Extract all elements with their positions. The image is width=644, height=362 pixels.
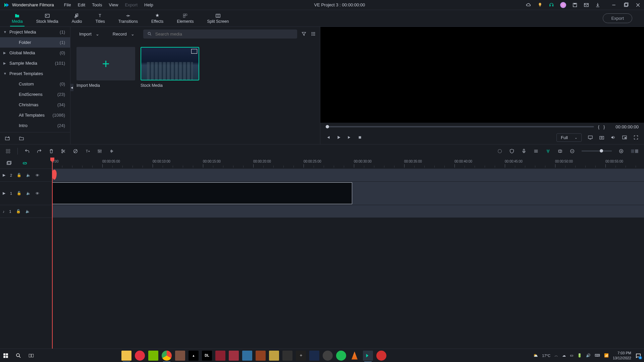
tray-lang-icon[interactable]: ⌨ xyxy=(595,353,600,358)
mute-icon[interactable]: 🔈 xyxy=(26,173,31,177)
search-input[interactable] xyxy=(155,32,293,37)
app-game8[interactable] xyxy=(269,351,279,361)
tab-stock-media[interactable]: Stock Media xyxy=(30,13,65,24)
crop-icon[interactable] xyxy=(73,148,78,154)
voiceover-icon[interactable] xyxy=(521,148,527,154)
support-icon[interactable] xyxy=(549,2,554,8)
stop-icon[interactable] xyxy=(358,135,362,139)
tray-onedrive-icon[interactable]: ☁ xyxy=(562,353,566,358)
tab-split-screen[interactable]: Split Screen xyxy=(200,13,235,24)
app-vlc[interactable] xyxy=(350,351,360,361)
app-game3[interactable]: DL xyxy=(202,351,212,361)
sidebar-item-folder[interactable]: Folder(1) xyxy=(0,37,70,48)
track-video-2[interactable] xyxy=(52,169,644,182)
app-game5[interactable] xyxy=(229,351,239,361)
start-icon[interactable] xyxy=(3,353,9,359)
next-frame-icon[interactable] xyxy=(347,135,352,140)
menu-edit[interactable]: Edit xyxy=(78,2,85,7)
sidebar-item-intro[interactable]: Intro(24) xyxy=(0,120,70,131)
new-folder-icon[interactable] xyxy=(5,136,10,141)
snapshot-icon[interactable] xyxy=(599,135,604,140)
tab-media[interactable]: Media xyxy=(5,13,30,24)
tips-icon[interactable] xyxy=(537,2,543,8)
app-game1[interactable] xyxy=(175,351,185,361)
quality-select[interactable]: Full⌄ xyxy=(556,133,582,142)
tray-battery-icon[interactable]: 🔋 xyxy=(577,353,582,358)
magnet-icon[interactable] xyxy=(545,148,551,154)
tab-effects[interactable]: Effects xyxy=(145,13,170,24)
mixer-icon[interactable] xyxy=(533,148,539,154)
timeline-ruler[interactable]: 0:0000:00:05:0000:00:10:0000:00:15:0000:… xyxy=(52,158,644,169)
app-game9[interactable] xyxy=(282,351,292,361)
sidebar-item-endscreens[interactable]: EndScreens(23) xyxy=(0,89,70,100)
audio-edit-icon[interactable] xyxy=(109,148,114,154)
taskview-icon[interactable] xyxy=(28,353,34,359)
app-filmora[interactable] xyxy=(363,351,373,361)
mute-icon[interactable]: 🔈 xyxy=(26,191,31,195)
tray-wifi-icon[interactable]: 📶 xyxy=(604,353,609,358)
weather-icon[interactable]: ⛅ xyxy=(533,353,538,358)
app-opera[interactable] xyxy=(135,351,145,361)
import-dropdown[interactable]: Import⌄ xyxy=(74,29,104,39)
app-game2[interactable]: ▲ xyxy=(189,351,199,361)
shield-icon[interactable] xyxy=(509,148,515,154)
tab-transitions[interactable]: Transitions xyxy=(112,13,145,24)
menu-export[interactable]: Export xyxy=(125,2,138,7)
record-dropdown[interactable]: Record⌄ xyxy=(108,29,139,39)
display-icon[interactable] xyxy=(588,135,593,140)
zoom-fit-icon[interactable] xyxy=(631,148,639,154)
account-icon[interactable] xyxy=(560,2,566,8)
lock-icon[interactable]: 🔓 xyxy=(16,209,21,214)
volume-icon[interactable] xyxy=(610,135,616,140)
maximize-icon[interactable] xyxy=(623,2,629,8)
menu-help[interactable]: Help xyxy=(144,2,153,7)
menu-tools[interactable]: Tools xyxy=(92,2,102,7)
mark-in-label[interactable]: { xyxy=(598,124,599,129)
track-add-icon[interactable] xyxy=(6,161,11,166)
folder-icon[interactable] xyxy=(19,136,24,141)
sidebar-item-global-media[interactable]: ▶Global Media(0) xyxy=(0,48,70,58)
mute-icon[interactable]: 🔈 xyxy=(25,209,30,214)
mark-out-label[interactable]: } xyxy=(603,124,605,129)
export-button[interactable]: Export xyxy=(603,13,632,23)
track-audio-1[interactable] xyxy=(52,205,644,218)
track-video-1[interactable] xyxy=(52,182,644,205)
taskbar-search-icon[interactable] xyxy=(15,353,21,359)
tray-meet-icon[interactable]: ▭ xyxy=(570,353,573,358)
app-red[interactable] xyxy=(376,351,386,361)
delete-icon[interactable] xyxy=(49,148,54,154)
pip-icon[interactable] xyxy=(622,135,627,140)
sidebar-item-sample-media[interactable]: ▶Sample Media(101) xyxy=(0,58,70,68)
zoom-in-icon[interactable] xyxy=(619,148,624,154)
fullscreen-icon[interactable] xyxy=(633,135,639,140)
save-icon[interactable] xyxy=(572,2,578,8)
grid-view-icon[interactable] xyxy=(311,31,316,37)
sidebar-collapse-handle[interactable]: ◀ xyxy=(70,84,73,91)
layout-icon[interactable] xyxy=(5,148,11,154)
app-game10[interactable]: ✦ xyxy=(296,351,306,361)
redo-icon[interactable] xyxy=(37,148,42,154)
taskbar-clock[interactable]: 7:03 PM 13/12/2022 xyxy=(613,351,631,360)
sidebar-item-custom[interactable]: Custom(0) xyxy=(0,79,70,89)
app-game12[interactable] xyxy=(323,351,333,361)
menu-view[interactable]: View xyxy=(109,2,118,7)
menu-file[interactable]: File xyxy=(64,2,71,7)
preview-scrubber[interactable] xyxy=(326,126,594,127)
app-game11[interactable] xyxy=(309,351,319,361)
minimize-icon[interactable] xyxy=(611,2,616,8)
visibility-icon[interactable]: 👁 xyxy=(36,191,39,195)
timeline-clip[interactable] xyxy=(52,182,352,204)
play-icon[interactable] xyxy=(336,135,341,140)
cloud-icon[interactable] xyxy=(526,2,531,8)
timeline-marker-clip[interactable] xyxy=(52,170,57,180)
zoom-slider[interactable] xyxy=(582,150,612,152)
tray-volume-icon[interactable]: 🔊 xyxy=(586,353,591,358)
app-game4[interactable] xyxy=(215,351,225,361)
link-icon[interactable] xyxy=(22,161,28,166)
stock-media-tile[interactable]: Stock Media xyxy=(141,47,199,138)
undo-icon[interactable] xyxy=(24,148,30,154)
app-nvidia[interactable] xyxy=(148,351,158,361)
tab-elements[interactable]: Elements xyxy=(170,13,200,24)
adjust-icon[interactable] xyxy=(97,148,102,154)
text-icon[interactable]: T+ xyxy=(85,148,90,154)
